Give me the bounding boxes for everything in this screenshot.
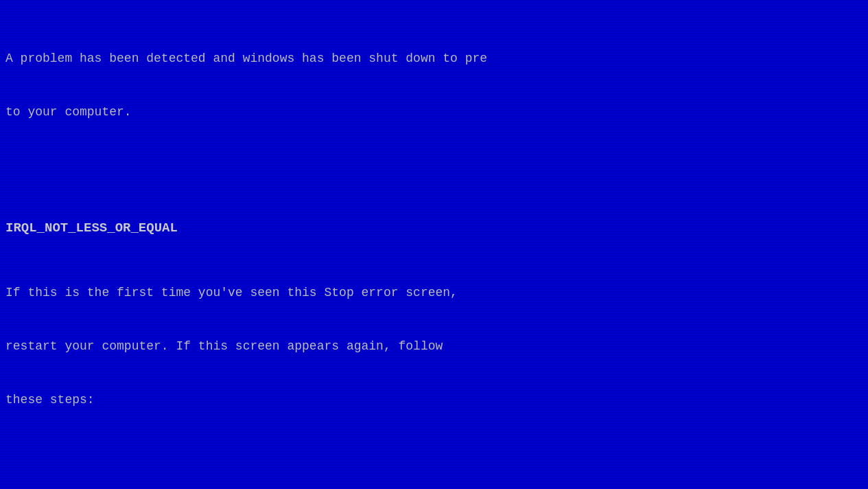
para1-line3: these steps: (5, 391, 863, 409)
para1-line2: restart your computer. If this screen ap… (5, 337, 863, 355)
bsod-screen: A problem has been detected and windows … (0, 0, 868, 489)
blank-1 (5, 157, 863, 175)
header-line1: A problem has been detected and windows … (5, 49, 863, 67)
error-code: IRQL_NOT_LESS_OR_EQUAL (5, 219, 863, 238)
header-line2: to your computer. (5, 103, 863, 121)
blank-3 (5, 445, 863, 463)
bsod-content: A problem has been detected and windows … (5, 14, 863, 489)
para1-line1: If this is the first time you've seen th… (5, 284, 863, 302)
